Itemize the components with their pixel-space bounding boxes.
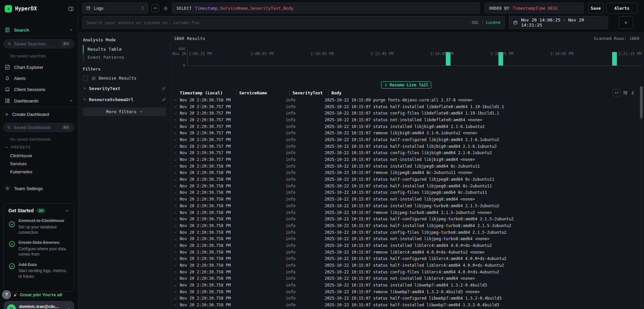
row-expand-icon[interactable]: › — [171, 118, 176, 122]
date-range-picker[interactable]: Nov 20 14:06:25 - Nov 20 14:21:25 — [509, 16, 608, 29]
mode-results-table[interactable]: Results Table — [83, 45, 166, 53]
row-expand-icon[interactable]: › — [171, 296, 176, 301]
log-row[interactable]: ›Nov 20 2:20:30.758 PMinfo2025-10-22 10:… — [171, 163, 637, 170]
log-row[interactable]: ›Nov 20 2:20:30.757 PMinfo2025-10-22 10:… — [171, 103, 637, 110]
column-header-severitytext[interactable]: SeverityText — [289, 90, 328, 95]
row-expand-icon[interactable]: › — [171, 283, 176, 288]
source-select[interactable]: Logs — [82, 3, 148, 13]
log-row[interactable]: ›Nov 20 2:20:30.758 PMinfo2025-10-22 10:… — [171, 242, 637, 249]
filter-group-severitytext[interactable]: SeverityText — [83, 85, 166, 92]
log-row[interactable]: ›Nov 20 2:20:30.758 PMinfo2025-10-22 10:… — [171, 222, 637, 229]
log-row[interactable]: ›Nov 20 2:20:30.757 PMinfo2025-10-22 10:… — [171, 123, 637, 130]
saved-searches-input[interactable]: Saved Searches ⌘K — [3, 39, 74, 48]
collapse-sidebar-icon[interactable] — [68, 6, 74, 12]
help-button[interactable]: ? — [2, 290, 11, 299]
saved-dashboards-input[interactable]: Saved Dashboards ⌘K — [3, 123, 74, 132]
row-expand-icon[interactable]: › — [171, 290, 176, 294]
row-expand-icon[interactable]: › — [171, 270, 176, 274]
sidebar-item-client-sessions[interactable]: Client Sessions — [0, 85, 78, 94]
log-row[interactable]: ›Nov 20 2:20:30.758 PMinfo2025-10-22 10:… — [171, 289, 637, 295]
row-expand-icon[interactable]: › — [171, 98, 176, 102]
log-row[interactable]: ›Nov 20 2:20:30.758 PMinfo2025-10-22 10:… — [171, 249, 637, 256]
sidebar-item-team-settings[interactable]: Team Settings — [0, 184, 78, 193]
log-row[interactable]: ›Nov 20 2:20:30.757 PMinfo2025-10-22 10:… — [171, 136, 637, 143]
log-row[interactable]: ›Nov 20 2:20:30.758 PMinfo2025-10-22 10:… — [171, 302, 637, 308]
alerts-button[interactable]: Alerts — [606, 3, 638, 13]
column-header-servicename[interactable]: ServiceName — [236, 90, 289, 95]
orderby-input[interactable]: ORDER BY TimestampTime DESC — [485, 3, 584, 13]
denoise-checkbox[interactable] — [83, 76, 88, 81]
preset-kubernetes[interactable]: Kubernetes — [10, 169, 33, 174]
log-row[interactable]: ›Nov 20 2:20:30.758 PMinfo2025-10-22 10:… — [171, 183, 637, 189]
row-expand-icon[interactable]: › — [171, 217, 176, 221]
sidebar-item-dashboards[interactable]: Dashboards — [0, 96, 78, 105]
log-row[interactable]: ›Nov 20 2:20:30.757 PMinfo2025-10-22 10:… — [171, 117, 637, 123]
row-expand-icon[interactable]: › — [171, 158, 176, 162]
sidebar-item-search[interactable]: Search — [0, 26, 78, 34]
scrollbar-track[interactable] — [640, 86, 643, 308]
chevron-up-icon[interactable] — [65, 209, 69, 213]
log-row[interactable]: ›Nov 20 2:20:30.758 PMinfo2025-10-22 10:… — [171, 216, 637, 222]
log-row[interactable]: ›Nov 20 2:20:30.758 PMinfo2025-10-22 10:… — [171, 176, 637, 183]
resume-live-tail-button[interactable]: Resume Live Tail — [381, 81, 431, 89]
lucene-mode-toggle[interactable]: Lucene — [486, 20, 500, 25]
filter-group-resourceschemaurl[interactable]: ResourceSchemaUrl — [83, 96, 166, 103]
row-expand-icon[interactable]: › — [171, 104, 176, 109]
log-row[interactable]: ›Nov 20 2:20:30.758 PMinfo2025-10-22 10:… — [171, 235, 637, 242]
column-header-body[interactable]: Body — [328, 90, 637, 95]
row-expand-icon[interactable]: › — [171, 190, 176, 195]
row-expand-icon[interactable]: › — [171, 276, 176, 281]
row-expand-icon[interactable]: › — [171, 210, 176, 215]
row-expand-icon[interactable]: › — [171, 177, 176, 182]
select-columns-input[interactable]: SELECT Timestamp,ServiceName,SeverityTex… — [172, 3, 480, 13]
log-row[interactable]: ›Nov 20 2:20:30.757 PMinfo2025-10-22 10:… — [171, 110, 637, 117]
log-row[interactable]: ›Nov 20 2:20:30.758 PMinfo2025-10-22 10:… — [171, 97, 637, 103]
more-filters-button[interactable]: More filters — [83, 107, 166, 116]
log-row[interactable]: ›Nov 20 2:20:30.758 PMinfo2025-10-22 10:… — [171, 256, 637, 262]
code-view-button[interactable] — [151, 4, 159, 12]
log-row[interactable]: ›Nov 20 2:20:30.758 PMinfo2025-10-22 10:… — [171, 209, 637, 216]
row-expand-icon[interactable]: › — [171, 151, 176, 155]
row-expand-icon[interactable]: › — [171, 257, 176, 261]
denoise-results-toggle[interactable]: Denoise Results — [83, 76, 166, 81]
log-row[interactable]: ›Nov 20 2:20:30.758 PMinfo2025-10-22 10:… — [171, 275, 637, 282]
row-expand-icon[interactable]: › — [171, 124, 176, 129]
log-row[interactable]: ›Nov 20 2:20:30.758 PMinfo2025-10-22 10:… — [171, 282, 637, 289]
sidebar-item-alerts[interactable]: Alerts — [0, 74, 78, 83]
row-expand-icon[interactable]: › — [171, 184, 176, 188]
row-expand-icon[interactable]: › — [171, 137, 176, 142]
log-row[interactable]: ›Nov 20 2:20:30.758 PMinfo2025-10-22 10:… — [171, 189, 637, 196]
row-expand-icon[interactable]: › — [171, 250, 176, 254]
row-expand-icon[interactable]: › — [171, 164, 176, 168]
log-row[interactable]: ›Nov 20 2:20:30.758 PMinfo2025-10-22 10:… — [171, 196, 637, 203]
log-row[interactable]: ›Nov 20 2:20:30.758 PMinfo2025-10-22 10:… — [171, 203, 637, 209]
save-button[interactable]: Save — [588, 3, 603, 13]
pin-icon[interactable] — [162, 97, 166, 102]
log-row[interactable]: ›Nov 20 2:20:30.758 PMinfo2025-10-22 10:… — [171, 229, 637, 236]
row-expand-icon[interactable]: › — [171, 243, 176, 248]
scrollbar-thumb[interactable] — [640, 86, 643, 118]
sidebar-item-chart-explorer[interactable]: Chart Explorer — [0, 63, 78, 72]
pin-icon[interactable] — [162, 86, 166, 91]
row-expand-icon[interactable]: › — [171, 131, 176, 135]
row-expand-icon[interactable]: › — [171, 197, 176, 202]
log-row[interactable]: ›Nov 20 2:20:30.757 PMinfo2025-10-22 10:… — [171, 156, 637, 163]
log-row[interactable]: ›Nov 20 2:20:30.758 PMinfo2025-10-22 10:… — [171, 170, 637, 176]
row-expand-icon[interactable]: › — [171, 303, 176, 307]
log-row[interactable]: ›Nov 20 2:20:30.758 PMinfo2025-10-22 10:… — [171, 295, 637, 302]
search-input[interactable]: Search your events w/ Lucene ex. column:… — [82, 16, 505, 29]
preset-services[interactable]: Services — [10, 161, 27, 166]
row-expand-icon[interactable]: › — [171, 204, 176, 208]
source-settings-button[interactable] — [162, 4, 169, 12]
log-row[interactable]: ›Nov 20 2:20:30.757 PMinfo2025-10-22 10:… — [171, 150, 637, 157]
run-query-button[interactable] — [619, 16, 633, 29]
row-expand-icon[interactable]: › — [171, 144, 176, 148]
mode-event-patterns[interactable]: Event Patterns — [83, 53, 166, 61]
user-menu[interactable]: D dominic.tran@clic... dominic.tran@clic… — [4, 301, 74, 309]
chart-bar[interactable] — [612, 52, 617, 65]
log-row[interactable]: ›Nov 20 2:20:30.757 PMinfo2025-10-22 10:… — [171, 143, 637, 150]
column-header-timestamp[interactable]: Timestamp (Local) — [180, 90, 236, 95]
log-row[interactable]: ›Nov 20 2:20:30.758 PMinfo2025-10-22 10:… — [171, 269, 637, 275]
row-expand-icon[interactable]: › — [171, 171, 176, 175]
sql-mode-toggle[interactable]: SQL — [472, 20, 479, 25]
